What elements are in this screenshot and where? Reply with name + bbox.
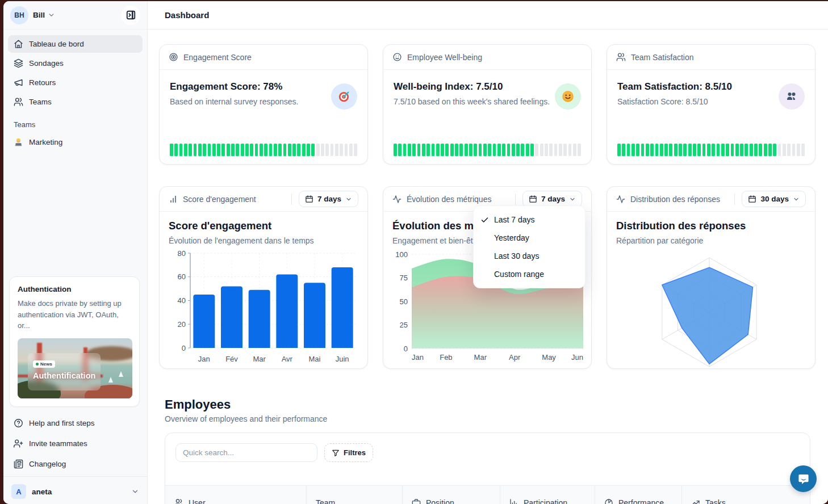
main-header: Dashboard <box>148 1 828 30</box>
svg-text:75: 75 <box>400 274 408 282</box>
promo-image-caption: Authentification <box>33 371 95 380</box>
sidebar-item-marketing[interactable]: Marketing <box>3 133 147 151</box>
person-laptop-emoji <box>14 137 23 147</box>
sidebar: BH Bill Tableau de bord Sondages <box>3 1 148 504</box>
activity-icon <box>392 195 402 204</box>
panel-collapse-icon <box>126 10 136 20</box>
range-value: 30 days <box>760 195 789 203</box>
range-value: 7 days <box>317 195 341 203</box>
newspaper-icon <box>14 459 23 469</box>
user-plus-icon <box>14 439 23 448</box>
chart-card-engagement-score: Score d'engagement 7 days Score d'engage… <box>159 186 368 369</box>
target-emoji <box>331 83 357 110</box>
employees-subtitle: Overview of employees and their performa… <box>165 414 327 423</box>
progress-bar <box>170 144 357 156</box>
user-name[interactable]: Bill <box>33 11 45 19</box>
column-header-team[interactable]: Team <box>307 486 403 504</box>
sidebar-user-row: BH Bill <box>3 1 147 30</box>
smile-emoji <box>555 83 581 110</box>
svg-text:Jan: Jan <box>412 353 424 362</box>
stat-card-satisfaction: Team Satisfaction Team Satisfaction: 8.5… <box>607 44 816 165</box>
range-select[interactable]: 30 days <box>742 191 806 207</box>
sidebar-item-invite[interactable]: Invite teammates <box>3 433 147 453</box>
sidebar-item-label: Retours <box>29 78 56 87</box>
page-title: Dashboard <box>165 10 209 20</box>
svg-text:50: 50 <box>400 297 408 306</box>
sidebar-item-teams[interactable]: Teams <box>8 93 143 111</box>
promo-image[interactable]: News Authentification <box>18 338 132 398</box>
svg-text:25: 25 <box>400 321 408 329</box>
radar-chart-svg <box>616 250 807 368</box>
footer-item-label: Help and first steps <box>29 419 95 427</box>
promo-card-authentication[interactable]: Authentication Make docs private by sett… <box>9 276 140 407</box>
workspace-switcher[interactable]: A aneta <box>3 479 147 504</box>
sidebar-item-feedback[interactable]: Retours <box>8 74 143 91</box>
menu-item-last-30-days[interactable]: Last 30 days <box>474 247 585 265</box>
search-input[interactable] <box>175 443 317 462</box>
sidebar-item-changelog[interactable]: Changelog <box>3 453 147 474</box>
users-icon <box>174 498 183 504</box>
calendar-icon <box>305 195 313 203</box>
range-select[interactable]: 7 days <box>522 191 582 207</box>
svg-text:Fév: Fév <box>225 355 238 363</box>
chart-card-header: Score d'engagement 7 days <box>160 187 367 212</box>
footer-item-label: Changelog <box>29 460 66 468</box>
menu-item-custom-range[interactable]: Custom range <box>474 265 585 283</box>
chart-body: Distribution des réponses Répartition pa… <box>607 212 815 368</box>
users-icon <box>616 52 626 62</box>
svg-text:40: 40 <box>178 296 186 305</box>
sidebar-collapse-button[interactable] <box>121 6 140 25</box>
range-select[interactable]: 7 days <box>299 191 358 207</box>
stat-card-body: Well-being Index: 7.5/10 7.5/10 based on… <box>383 70 591 164</box>
check-icon <box>480 216 494 224</box>
divider <box>3 476 147 477</box>
activity-icon <box>616 195 625 204</box>
column-header-position[interactable]: Position <box>403 486 500 504</box>
sidebar-item-surveys[interactable]: Sondages <box>8 54 143 72</box>
sidebar-item-label: Sondages <box>29 59 64 68</box>
avatar[interactable]: BH <box>10 6 28 24</box>
column-header-participation[interactable]: Participation <box>500 486 595 504</box>
employees-table-card: Filtres User Team Position Participation <box>165 432 810 504</box>
sidebar-item-dashboard[interactable]: Tableau de bord <box>8 35 143 53</box>
stat-card-body: Engagement Score: 78% Based on internal … <box>160 70 367 164</box>
column-header-user[interactable]: User <box>165 486 307 504</box>
chart-card-response-distribution: Distribution des réponses 30 days Distri… <box>607 186 816 369</box>
bar-chart: 020406080JanFévMarAvrMaiJuin <box>169 250 358 366</box>
sidebar-footer: Help and first steps Invite teammates Ch… <box>3 413 147 504</box>
workspace-name: aneta <box>32 488 52 496</box>
sidebar-nav: Tableau de bord Sondages Retours Teams <box>3 30 147 111</box>
svg-text:0: 0 <box>404 345 408 353</box>
sidebar-item-help[interactable]: Help and first steps <box>3 413 147 433</box>
stat-value: Engagement Score: 78% <box>170 81 357 93</box>
chart-card-header: Distribution des réponses 30 days <box>607 187 815 212</box>
stat-card-wellbeing: Employee Well-being Well-being Index: 7.… <box>383 44 592 165</box>
bar-chart-svg: 020406080JanFévMarAvrMaiJuin <box>169 250 361 366</box>
filters-button[interactable]: Filtres <box>324 443 373 462</box>
column-header-performance[interactable]: Performance <box>595 486 682 504</box>
promo-image-overlay: News Authentification <box>28 353 101 390</box>
sidebar-item-label: Teams <box>29 98 52 106</box>
chat-launcher-button[interactable] <box>790 465 817 492</box>
chevron-down-icon <box>131 488 139 495</box>
column-header-tasks[interactable]: Tasks <box>682 486 810 504</box>
funnel-icon <box>332 449 340 457</box>
pie-chart-icon <box>604 498 613 504</box>
menu-item-last-7-days[interactable]: Last 7 days <box>474 211 585 229</box>
stat-subtitle: 7.5/10 based on this week's shared feeli… <box>394 97 581 106</box>
chevron-down-icon[interactable] <box>48 11 55 19</box>
stat-card-header-label: Engagement Score <box>183 53 252 62</box>
svg-text:60: 60 <box>178 272 186 281</box>
svg-text:Jun: Jun <box>571 353 583 362</box>
trending-up-icon <box>691 498 700 504</box>
radar-chart <box>616 250 806 368</box>
target-icon <box>169 52 178 62</box>
stat-card-body: Team Satisfaction: 8.5/10 Satisfaction S… <box>607 70 815 164</box>
stat-card-header: Employee Well-being <box>383 45 591 70</box>
menu-item-yesterday[interactable]: Yesterday <box>474 229 585 247</box>
svg-text:Mai: Mai <box>309 355 321 363</box>
sidebar-item-label: Tableau de bord <box>29 40 84 48</box>
sidebar-section-teams: Teams <box>3 112 147 133</box>
svg-text:Avr: Avr <box>282 355 293 363</box>
range-value: 7 days <box>541 195 565 203</box>
